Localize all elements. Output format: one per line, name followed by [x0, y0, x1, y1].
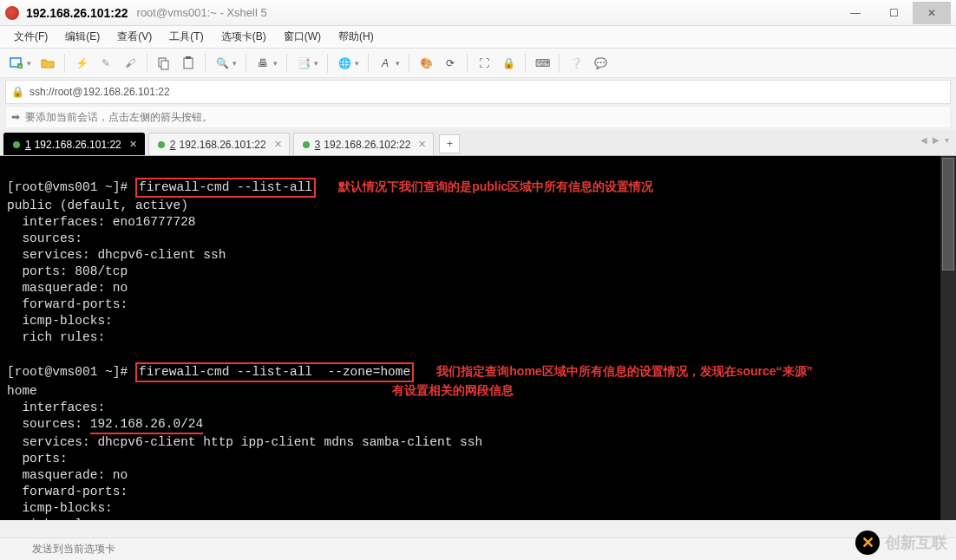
session-tab-1[interactable]: 1 192.168.26.101:22 ✕: [3, 133, 145, 155]
tab-close-icon[interactable]: ✕: [274, 139, 282, 150]
scrollbar-thumb[interactable]: [942, 158, 954, 270]
print-button[interactable]: 🖶: [252, 52, 274, 75]
tab-number: 3: [315, 139, 321, 151]
session-tab-3[interactable]: 3 192.168.26.102:22 ✕: [293, 133, 435, 155]
watermark-text: 创新互联: [885, 532, 947, 553]
svg-rect-5: [184, 58, 193, 68]
terminal-scrollbar[interactable]: [940, 156, 956, 520]
title-main: 192.168.26.101:22: [26, 6, 128, 20]
maximize-button[interactable]: ☐: [874, 2, 913, 24]
new-session-button[interactable]: +: [5, 52, 28, 75]
dropdown-icon[interactable]: ▾: [27, 59, 31, 68]
new-tab-button[interactable]: +: [439, 134, 460, 153]
open-button[interactable]: [36, 52, 59, 75]
toolbar: + ▾ ⚡ ✎ 🖌 🔍 ▾ 🖶 ▾ 📑 ▾ 🌐 ▾ A ▾ 🎨 ⟳ ⛶ 🔒 ⌨ …: [0, 49, 956, 78]
terminal-output: rich rules:: [7, 518, 105, 520]
prompt: [root@vms001 ~]#: [7, 180, 128, 194]
font-button[interactable]: A: [374, 52, 396, 75]
terminal-output: services: dhcpv6-client ssh: [7, 248, 226, 262]
globe-button[interactable]: 🌐: [333, 52, 356, 75]
terminal-output: rich rules:: [7, 330, 105, 344]
dropdown-icon[interactable]: ▾: [396, 59, 400, 68]
status-dot-icon: [13, 141, 20, 148]
refresh-button[interactable]: ⟳: [439, 52, 462, 75]
close-button[interactable]: ✕: [913, 2, 951, 24]
tab-label: 192.168.26.101:22: [35, 139, 121, 151]
copy-button[interactable]: [153, 52, 175, 75]
window-titlebar: 192.168.26.101:22 root@vms001:~ - Xshell…: [0, 0, 956, 26]
properties-button[interactable]: 🖌: [119, 52, 141, 75]
menubar: 文件(F) 编辑(E) 查看(V) 工具(T) 选项卡(B) 窗口(W) 帮助(…: [0, 26, 956, 49]
tab-close-icon[interactable]: ✕: [418, 139, 426, 150]
tab-number: 2: [170, 139, 176, 151]
find-button[interactable]: 🔍: [211, 52, 233, 75]
watermark-icon: ✕: [855, 531, 880, 555]
terminal-output: icmp-blocks:: [7, 501, 113, 515]
addressbar[interactable]: 🔒 ssh://root@192.168.26.101:22: [5, 80, 951, 104]
menu-tabs[interactable]: 选项卡(B): [214, 27, 273, 47]
chat-button[interactable]: 💬: [589, 52, 612, 75]
terminal-output: icmp-blocks:: [7, 314, 113, 328]
paste-button[interactable]: [177, 52, 200, 75]
svg-rect-4: [161, 61, 168, 69]
dropdown-icon[interactable]: ▾: [232, 59, 237, 68]
tab-label: 192.168.26.102:22: [324, 139, 410, 151]
terminal-output: services: dhcpv6-client http ipp-client …: [7, 435, 482, 449]
window-controls: — ☐ ✕: [836, 2, 951, 24]
address-text: ssh://root@192.168.26.101:22: [29, 86, 170, 98]
terminal-pane[interactable]: [root@vms001 ~]# firewall-cmd --list-all…: [0, 156, 956, 520]
status-dot-icon: [158, 141, 165, 148]
highlighted-command: firewall-cmd --list-all: [135, 178, 316, 198]
tab-label: 192.168.26.101:22: [179, 139, 265, 151]
reconnect-button[interactable]: ⚡: [70, 52, 93, 75]
highlighted-text: 192.168.26.0/24: [90, 416, 204, 434]
dropdown-icon[interactable]: ▾: [314, 59, 318, 68]
terminal-output: ports: 808/tcp: [7, 264, 128, 278]
hint-text: 要添加当前会话，点击左侧的箭头按钮。: [25, 110, 213, 125]
transfer-button[interactable]: 📑: [292, 52, 315, 75]
statusbar: ____ 发送到当前选项卡: [0, 537, 956, 560]
svg-rect-6: [186, 56, 191, 59]
annotation-text: 有设置相关的网段信息: [392, 383, 514, 397]
hint-bar: ➡ 要添加当前会话，点击左侧的箭头按钮。: [5, 106, 951, 128]
status-dot-icon: [303, 141, 310, 148]
lock-button[interactable]: 🔒: [497, 52, 520, 75]
title-sub: root@vms001:~ - Xshell 5: [137, 6, 267, 19]
terminal-output: forward-ports:: [7, 297, 128, 311]
annotation-text: 默认情况下我们查询的是public区域中所有信息的设置情况: [338, 179, 653, 193]
session-tab-2[interactable]: 2 192.168.26.101:22 ✕: [148, 133, 290, 155]
terminal-output: forward-ports:: [7, 485, 128, 498]
terminal-output: ports:: [7, 452, 68, 466]
keyboard-button[interactable]: ⌨: [531, 52, 553, 75]
color-button[interactable]: 🎨: [415, 52, 437, 75]
terminal-output: masquerade: no: [7, 281, 128, 295]
help-button[interactable]: ❔: [565, 52, 587, 75]
tab-number: 1: [25, 139, 31, 151]
menu-edit[interactable]: 编辑(E): [58, 27, 107, 47]
tab-scroll-buttons[interactable]: ◀▶▾: [920, 135, 949, 145]
svg-text:+: +: [18, 63, 22, 68]
tab-close-icon[interactable]: ✕: [129, 139, 137, 150]
dropdown-icon[interactable]: ▾: [355, 59, 359, 68]
minimize-button[interactable]: —: [836, 2, 874, 24]
dropdown-icon[interactable]: ▾: [273, 59, 278, 68]
arrow-icon[interactable]: ➡: [11, 111, 20, 123]
menu-tools[interactable]: 工具(T): [162, 27, 210, 47]
terminal-output: masquerade: no: [7, 468, 128, 482]
terminal-output: interfaces: eno16777728: [7, 215, 196, 229]
menu-help[interactable]: 帮助(H): [331, 27, 381, 47]
menu-view[interactable]: 查看(V): [110, 27, 159, 47]
menu-window[interactable]: 窗口(W): [277, 27, 328, 47]
lock-icon: 🔒: [11, 86, 24, 98]
prompt: [root@vms001 ~]#: [7, 365, 128, 379]
terminal-output: interfaces:: [7, 400, 105, 414]
menu-file[interactable]: 文件(F): [7, 27, 55, 47]
terminal-output: public (default, active): [7, 199, 188, 212]
disconnect-button[interactable]: ✎: [95, 52, 117, 75]
terminal-output: home: [7, 384, 37, 398]
watermark: ✕ 创新互联: [855, 531, 947, 555]
terminal-output: sources: 192.168.26.0/24: [7, 417, 203, 431]
terminal-output: sources:: [7, 231, 82, 245]
status-text: 发送到当前选项卡: [32, 542, 115, 557]
fullscreen-button[interactable]: ⛶: [473, 52, 495, 75]
